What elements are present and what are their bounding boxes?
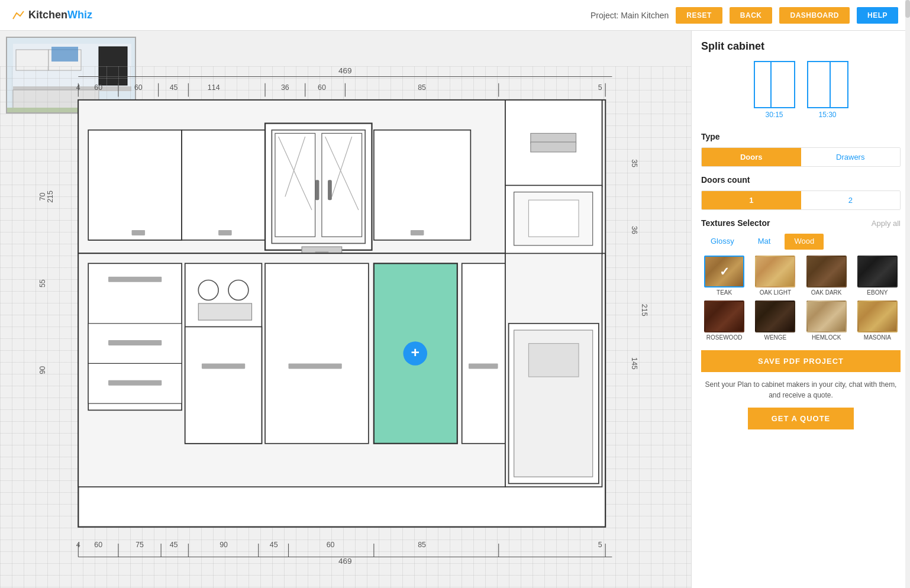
svg-rect-77 (469, 363, 498, 369)
split-label-30-15: 30:15 (765, 111, 783, 119)
teak-check: ✓ (719, 264, 730, 279)
dashboard-button[interactable]: DASHBOARD (779, 7, 850, 24)
svg-text:5: 5 (598, 83, 602, 92)
rosewood-label: ROSEWOOD (706, 334, 743, 341)
apply-all-button[interactable]: Apply all (872, 219, 901, 228)
back-button[interactable]: BACK (730, 7, 773, 24)
svg-text:90: 90 (38, 366, 47, 374)
svg-text:145: 145 (630, 357, 638, 370)
tab-mat[interactable]: Mat (748, 234, 780, 250)
svg-text:70: 70 (38, 193, 47, 201)
split-cabinet-title: Split cabinet (701, 40, 901, 53)
svg-text:85: 85 (418, 541, 426, 549)
teak-swatch: ✓ (704, 256, 744, 287)
main-area: 469 60 60 45 114 36 60 85 5 4 (0, 31, 910, 588)
texture-hemlock[interactable]: HEMLOCK (803, 301, 850, 341)
svg-text:60: 60 (94, 541, 102, 549)
svg-rect-44 (315, 180, 320, 200)
svg-rect-53 (531, 142, 576, 152)
project-label: Project: Main Kitchen (590, 11, 669, 20)
svg-rect-72 (289, 363, 342, 369)
svg-rect-56 (528, 200, 579, 237)
get-quote-button[interactable]: GET A QUOTE (748, 408, 854, 429)
right-panel: Split cabinet 30:15 15:30 Type Doors Dra… (691, 31, 910, 588)
count-2-button[interactable]: 2 (801, 191, 901, 209)
count-1-button[interactable]: 1 (702, 191, 801, 209)
split-option-15-30[interactable]: 15:30 (807, 61, 848, 119)
texture-ebony[interactable]: EBONY (854, 256, 901, 296)
svg-rect-34 (182, 130, 265, 240)
svg-rect-71 (265, 263, 369, 443)
reset-button[interactable]: RESET (676, 7, 722, 24)
hemlock-label: HEMLOCK (812, 334, 841, 341)
svg-text:55: 55 (38, 279, 47, 287)
svg-text:60: 60 (134, 83, 143, 92)
split-icon-15-30 (807, 61, 848, 108)
svg-text:35: 35 (630, 159, 638, 167)
svg-rect-35 (218, 230, 232, 235)
quote-description: Sent your Plan to cabinet makers in your… (701, 379, 901, 400)
logo-whiz-text: Whiz (67, 9, 92, 21)
svg-rect-68 (198, 303, 251, 320)
svg-rect-49 (411, 230, 424, 235)
ebony-swatch (857, 256, 898, 287)
svg-text:469: 469 (338, 557, 352, 566)
type-doors-button[interactable]: Doors (702, 148, 801, 166)
count-toggle-group: 1 2 (701, 190, 901, 210)
svg-text:45: 45 (170, 83, 178, 92)
wenge-label: WENGE (764, 334, 786, 341)
texture-teak[interactable]: ✓ TEAK (701, 256, 747, 296)
split-cabinet-options: 30:15 15:30 (701, 61, 901, 119)
logo: Kitchen Whiz (12, 8, 92, 22)
rosewood-swatch (704, 301, 744, 332)
header: Kitchen Whiz Project: Main Kitchen RESET… (0, 0, 910, 31)
svg-rect-76 (462, 263, 505, 443)
doors-count-title: Doors count (701, 175, 901, 185)
texture-wenge[interactable]: WENGE (752, 301, 798, 341)
svg-text:469: 469 (338, 66, 352, 75)
svg-text:215: 215 (640, 304, 648, 316)
svg-text:75: 75 (135, 541, 144, 549)
svg-text:60: 60 (318, 83, 326, 92)
svg-text:215: 215 (46, 190, 54, 203)
texture-oak-dark[interactable]: OAK DARK (803, 256, 850, 296)
save-pdf-button[interactable]: SAVE PDF PROJECT (701, 350, 901, 372)
svg-rect-7 (51, 47, 78, 62)
masonia-swatch (857, 301, 898, 332)
oak-light-label: OAK LIGHT (760, 289, 791, 296)
svg-rect-62 (108, 340, 162, 345)
textures-title: Textures Selector (701, 218, 770, 228)
right-panel-scrollbar[interactable] (905, 31, 910, 588)
teak-label: TEAK (717, 289, 732, 296)
svg-rect-38 (275, 133, 315, 237)
wenge-swatch (755, 301, 795, 332)
svg-rect-48 (374, 130, 471, 240)
svg-rect-64 (108, 380, 162, 386)
texture-masonia[interactable]: MASONIA (854, 301, 901, 341)
ebony-label: EBONY (867, 289, 888, 296)
texture-grid: ✓ TEAK OAK LIGHT OAK DARK EBONY (701, 256, 901, 341)
svg-rect-81 (528, 344, 579, 377)
svg-rect-60 (108, 277, 162, 282)
svg-text:90: 90 (220, 541, 228, 549)
help-button[interactable]: HELP (857, 7, 898, 24)
texture-oak-light[interactable]: OAK LIGHT (752, 256, 798, 296)
type-title: Type (701, 132, 901, 141)
split-label-15-30: 15:30 (818, 111, 836, 119)
svg-text:36: 36 (281, 83, 289, 92)
svg-text:85: 85 (418, 83, 426, 92)
floorplan-drawing[interactable]: 469 60 60 45 114 36 60 85 5 4 (15, 63, 682, 570)
tab-glossy[interactable]: Glossy (701, 234, 744, 250)
logo-kitchen-text: Kitchen (28, 9, 67, 21)
svg-rect-39 (322, 133, 362, 237)
svg-text:+: + (411, 344, 419, 360)
svg-text:114: 114 (208, 83, 220, 92)
svg-rect-31 (88, 130, 182, 240)
split-option-30-15[interactable]: 30:15 (754, 61, 795, 119)
tab-wood[interactable]: Wood (785, 234, 824, 250)
canvas-area[interactable]: 469 60 60 45 114 36 60 85 5 4 (0, 31, 691, 588)
type-drawers-button[interactable]: Drawers (801, 148, 901, 166)
texture-rosewood[interactable]: ROSEWOOD (701, 301, 747, 341)
split-divider (770, 62, 772, 107)
svg-text:36: 36 (630, 226, 638, 234)
